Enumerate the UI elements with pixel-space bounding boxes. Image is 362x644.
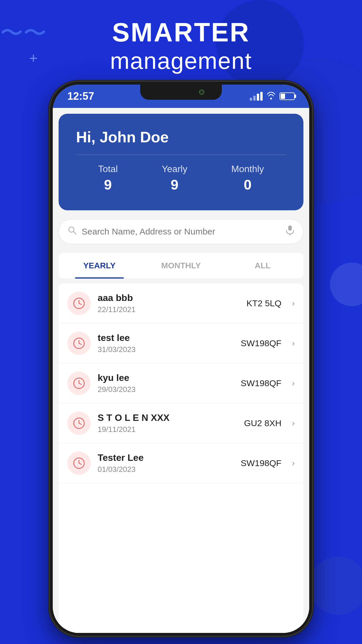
yearly-label: Yearly	[162, 164, 187, 174]
clock-icon	[67, 332, 91, 355]
list-item[interactable]: test lee 31/03/2023 SW198QF ›	[59, 323, 303, 363]
svg-line-19	[79, 463, 81, 464]
list-item[interactable]: Tester Lee 01/03/2023 SW198QF ›	[59, 443, 303, 483]
greeting-text: Hi, John Doe	[76, 128, 286, 146]
stat-total: Total 9	[98, 164, 118, 193]
svg-line-16	[79, 423, 81, 424]
stat-monthly: Monthly 0	[231, 164, 264, 193]
clock-icon	[67, 452, 91, 475]
management-subtitle: management	[0, 48, 362, 74]
side-blob-2	[310, 556, 362, 615]
chevron-right-icon: ›	[292, 339, 295, 348]
search-icon	[68, 226, 77, 237]
microphone-icon[interactable]	[286, 225, 294, 238]
item-info: aaa bbb 22/11/2021	[98, 293, 240, 314]
chevron-right-icon: ›	[292, 379, 295, 388]
smarter-title: SMARTER	[0, 18, 362, 48]
list-item[interactable]: S T O L E N XXX 19/11/2021 GU2 8XH ›	[59, 403, 303, 443]
divider	[76, 155, 286, 155]
clock-icon	[67, 412, 91, 435]
notch	[140, 85, 222, 100]
search-bar[interactable]	[59, 219, 303, 244]
chevron-right-icon: ›	[292, 459, 295, 468]
monthly-value: 0	[231, 177, 264, 193]
svg-rect-3	[288, 225, 292, 231]
phone-outer: 12:57	[50, 82, 312, 636]
clock-icon	[67, 372, 91, 395]
hero-header: SMARTER management	[0, 18, 362, 74]
battery-icon	[280, 92, 295, 100]
tab-yearly[interactable]: YEARLY	[59, 253, 140, 279]
stats-card: Hi, John Doe Total 9 Yearly 9 Monthly	[59, 114, 303, 210]
phone-mockup: 12:57	[50, 82, 312, 636]
app-content: Hi, John Doe Total 9 Yearly 9 Monthly	[53, 108, 309, 633]
search-input[interactable]	[82, 227, 281, 237]
phone-screen: 12:57	[53, 85, 309, 633]
status-icons	[250, 91, 295, 102]
total-value: 9	[98, 177, 118, 193]
camera-icon	[199, 90, 204, 95]
item-info: test lee 31/03/2023	[98, 332, 234, 354]
stats-row: Total 9 Yearly 9 Monthly 0	[76, 164, 286, 193]
status-time: 12:57	[67, 90, 94, 102]
yearly-value: 9	[162, 177, 187, 193]
svg-line-10	[79, 343, 81, 344]
wifi-icon	[266, 91, 276, 102]
total-label: Total	[98, 164, 118, 174]
svg-point-0	[270, 98, 272, 99]
list-item[interactable]: aaa bbb 22/11/2021 KT2 5LQ ›	[59, 284, 303, 323]
svg-line-2	[73, 232, 76, 234]
item-info: Tester Lee 01/03/2023	[98, 452, 234, 474]
items-list: aaa bbb 22/11/2021 KT2 5LQ ›	[59, 284, 303, 633]
svg-line-7	[79, 303, 81, 304]
svg-line-13	[79, 383, 81, 384]
side-blob-1	[330, 262, 362, 306]
stat-yearly: Yearly 9	[162, 164, 187, 193]
tab-all[interactable]: ALL	[222, 253, 303, 279]
tab-bar: YEARLY MONTHLY ALL	[59, 253, 303, 279]
tab-monthly[interactable]: MONTHLY	[140, 253, 222, 279]
item-info: S T O L E N XXX 19/11/2021	[98, 412, 237, 434]
chevron-right-icon: ›	[292, 419, 295, 428]
list-item[interactable]: kyu lee 29/03/2023 SW198QF ›	[59, 363, 303, 403]
item-info: kyu lee 29/03/2023	[98, 372, 234, 394]
clock-icon	[67, 292, 91, 315]
signal-icon	[250, 92, 263, 101]
chevron-right-icon: ›	[292, 299, 295, 308]
monthly-label: Monthly	[231, 164, 264, 174]
